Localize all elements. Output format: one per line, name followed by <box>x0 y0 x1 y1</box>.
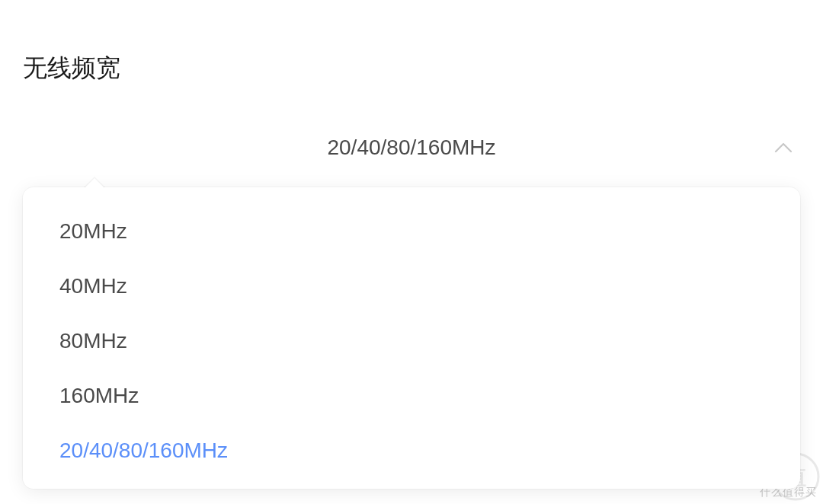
option-40mhz[interactable]: 40MHz <box>23 259 800 314</box>
option-20mhz[interactable]: 20MHz <box>23 204 800 259</box>
dropdown-container: 20MHz 40MHz 80MHz 160MHz 20/40/80/160MHz <box>23 187 800 489</box>
settings-panel: 无线频宽 20/40/80/160MHz 20MHz 40MHz 80MHz 1… <box>0 0 823 489</box>
chevron-up-icon <box>774 142 793 153</box>
option-160mhz[interactable]: 160MHz <box>23 368 800 423</box>
bandwidth-select[interactable]: 20/40/80/160MHz <box>23 131 800 164</box>
bandwidth-dropdown: 20MHz 40MHz 80MHz 160MHz 20/40/80/160MHz <box>23 187 800 489</box>
option-auto[interactable]: 20/40/80/160MHz <box>23 423 800 478</box>
page-title: 无线频宽 <box>23 52 800 85</box>
select-current-value: 20/40/80/160MHz <box>327 136 495 160</box>
dropdown-pointer <box>84 178 105 189</box>
option-80mhz[interactable]: 80MHz <box>23 314 800 368</box>
